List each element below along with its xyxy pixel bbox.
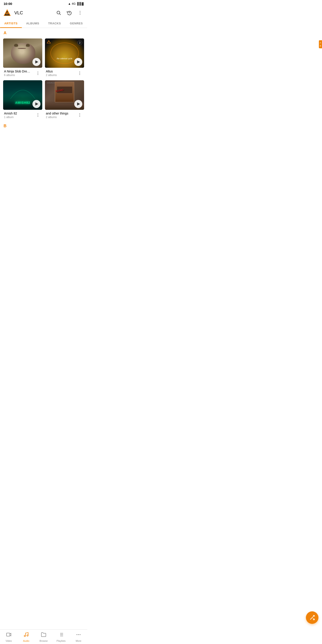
- app-bar: VLC: [0, 6, 87, 19]
- play-button-amish[interactable]: [32, 100, 40, 108]
- artist-info-ninja: A Ninja Slob Dre… 6 albums: [3, 68, 42, 78]
- artist-name-amish: Amish 82: [4, 112, 34, 115]
- artist-name-ninja: A Ninja Slob Dre…: [4, 70, 34, 73]
- wifi-icon: ▲: [68, 2, 71, 5]
- artist-name-other: and other things: [46, 112, 76, 115]
- artists-grid: A Ninja Slob Dre… 6 albums the: [0, 37, 87, 121]
- three-dots-icon-amish: [38, 113, 38, 117]
- artist-card-other[interactable]: SLOMO CHURCH and other things 2 albums: [45, 80, 84, 120]
- altus-logo-icon: [47, 40, 51, 44]
- overflow-menu-button[interactable]: [76, 8, 84, 17]
- play-button-other[interactable]: [74, 100, 82, 108]
- artist-card-altus[interactable]: the sidereal cycle 2 Altus 2 albums: [45, 38, 84, 78]
- app-bar-actions: [54, 8, 84, 17]
- artist-details-altus: Altus 2 albums: [46, 70, 76, 77]
- artist-more-button-other[interactable]: [76, 112, 83, 119]
- artist-more-button-altus[interactable]: [76, 70, 83, 77]
- artist-details-amish: Amish 82 1 album: [4, 112, 34, 119]
- altus-badge: 2: [77, 40, 82, 45]
- artist-thumb-ninja: [3, 38, 42, 68]
- app-title: VLC: [14, 10, 52, 16]
- search-icon: [56, 10, 61, 15]
- artist-albums-other: 2 albums: [46, 116, 76, 119]
- svg-line-6: [60, 14, 60, 15]
- overflow-icon: [78, 10, 82, 15]
- artist-thumb-altus: the sidereal cycle 2: [45, 38, 84, 68]
- artist-info-altus: Altus 2 albums: [45, 68, 84, 78]
- history-icon: [67, 10, 72, 15]
- svg-rect-2: [6, 13, 6, 14]
- music-tabs: ARTISTS ALBUMS TRACKS GENRES: [0, 19, 87, 28]
- svg-point-8: [80, 12, 80, 13]
- signal-bars-icon: ▐▐: [76, 2, 80, 5]
- artists-content: A A Ninja Slob Dre… 6 albums: [0, 28, 87, 148]
- play-button-altus[interactable]: [74, 58, 82, 66]
- status-time: 10:00: [4, 2, 12, 6]
- artist-name-altus: Altus: [46, 70, 76, 73]
- tab-artists[interactable]: ARTISTS: [0, 19, 22, 28]
- artist-card-amish[interactable]: AMISH82 Amish 82 1 album: [3, 80, 42, 120]
- artist-albums-altus: 2 albums: [46, 74, 76, 77]
- three-dots-icon: [38, 72, 38, 75]
- artist-more-button-amish[interactable]: [34, 112, 41, 119]
- artist-details-other: and other things 2 albums: [46, 112, 76, 119]
- signal-strength-icon: 4G: [72, 2, 76, 5]
- church-sign: CHURCH: [47, 82, 55, 84]
- search-button[interactable]: [54, 8, 63, 17]
- artist-albums-amish: 1 album: [4, 116, 34, 119]
- artist-thumb-other: SLOMO CHURCH: [45, 80, 84, 110]
- svg-point-5: [57, 11, 60, 14]
- svg-rect-4: [8, 12, 8, 14]
- history-button[interactable]: [65, 8, 74, 17]
- artist-card-ninja[interactable]: A Ninja Slob Dre… 6 albums: [3, 38, 42, 78]
- artist-albums-ninja: 6 albums: [4, 74, 34, 77]
- svg-point-7: [80, 11, 80, 12]
- svg-rect-3: [7, 12, 8, 14]
- artist-info-other: and other things 2 albums: [45, 110, 84, 120]
- play-button-ninja[interactable]: [32, 58, 40, 66]
- status-icons: ▲ 4G ▐▐ ▓: [68, 2, 84, 5]
- svg-point-9: [80, 14, 80, 14]
- section-a: A: [0, 28, 87, 37]
- three-dots-icon-altus: [80, 72, 80, 75]
- artist-more-button-ninja[interactable]: [34, 70, 41, 77]
- artist-thumb-amish: AMISH82: [3, 80, 42, 110]
- artist-details-ninja: A Ninja Slob Dre… 6 albums: [4, 70, 34, 77]
- vlc-logo: [3, 8, 12, 17]
- section-b: B: [0, 121, 87, 130]
- tab-albums[interactable]: ALBUMS: [22, 19, 44, 28]
- three-dots-icon-other: [80, 113, 80, 117]
- battery-icon: ▓: [82, 2, 84, 5]
- status-bar: 10:00 ▲ 4G ▐▐ ▓: [0, 0, 87, 6]
- tab-genres[interactable]: GENRES: [66, 19, 88, 28]
- tab-tracks[interactable]: TRACKS: [44, 19, 66, 28]
- artist-info-amish: Amish 82 1 album: [3, 110, 42, 120]
